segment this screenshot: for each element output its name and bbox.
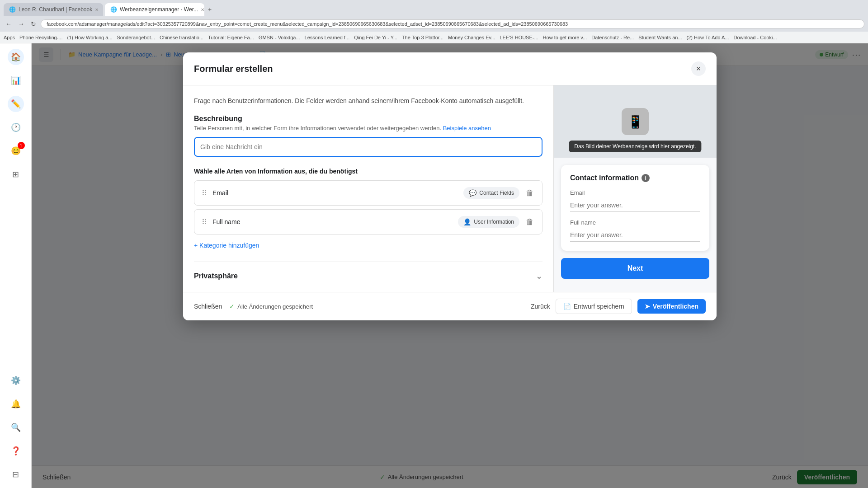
sidebar-bell-icon[interactable]: 🔔 bbox=[8, 396, 24, 412]
saved-label: Alle Änderungen gespeichert bbox=[237, 303, 313, 310]
sidebar-charts-icon[interactable]: 📊 bbox=[8, 72, 24, 89]
main-area: 🏠 📊 ✏️ 🕐 😊 1 ⊞ ⚙️ 🔔 🔍 ❓ ⊟ ☰ 📁 Neue Kampa… bbox=[0, 43, 868, 488]
bookmark-6[interactable]: GMSN - Volodga... bbox=[259, 35, 300, 40]
sidebar-settings-icon[interactable]: ⚙️ bbox=[8, 372, 24, 389]
preview-image-placeholder: 📱 Das Bild deiner Werbeanzeige wird hier… bbox=[554, 85, 717, 158]
preview-card: Contact information i Email Full name bbox=[561, 165, 709, 251]
sidebar-grid-icon[interactable]: ⊞ bbox=[8, 166, 24, 183]
bookmark-16[interactable]: Download - Cooki... bbox=[734, 35, 777, 40]
sidebar-edit-icon[interactable]: ✏️ bbox=[8, 96, 24, 112]
preview-card-title: Contact information i bbox=[570, 174, 700, 182]
bookmark-8[interactable]: Qing Fei De Yi - Y... bbox=[354, 35, 397, 40]
bookmark-10[interactable]: Money Changes Ev... bbox=[448, 35, 495, 40]
bookmark-7[interactable]: Lessons Learned f... bbox=[305, 35, 350, 40]
saved-status: ✓ Alle Änderungen gespeichert bbox=[229, 303, 313, 310]
fullname-user-info-tag[interactable]: 👤 User Information bbox=[458, 216, 519, 228]
modal-footer: Schließen ✓ Alle Änderungen gespeichert … bbox=[183, 292, 717, 320]
tab-close-active[interactable]: ✕ bbox=[201, 7, 204, 12]
modal-header: Formular erstellen × bbox=[183, 52, 717, 85]
user-info-label: User Information bbox=[474, 219, 514, 225]
notification-count: 1 bbox=[18, 142, 25, 149]
message-input[interactable] bbox=[194, 137, 542, 157]
save-draft-icon: 📄 bbox=[563, 303, 571, 310]
sidebar-home-icon[interactable]: 🏠 bbox=[8, 49, 24, 65]
preview-fullname-field: Full name bbox=[570, 219, 700, 242]
fullname-field-row: ⠿ Full name 👤 User Information 🗑 bbox=[194, 209, 542, 235]
footer-left: Schließen ✓ Alle Änderungen gespeichert bbox=[194, 303, 313, 310]
back-nav-button[interactable]: ← bbox=[4, 19, 14, 28]
bookmark-apps[interactable]: Apps bbox=[4, 35, 15, 40]
bookmark-5[interactable]: Tutorial: Eigene Fa... bbox=[208, 35, 254, 40]
modal-body: Frage nach Benutzerinformationen. Die Fe… bbox=[183, 85, 717, 292]
publish-icon: ➤ bbox=[645, 303, 650, 310]
email-drag-handle[interactable]: ⠿ bbox=[202, 189, 207, 197]
preview-fullname-label: Full name bbox=[570, 219, 700, 226]
bookmarks-bar: Apps Phone Recycling-... (1) How Working… bbox=[0, 32, 868, 43]
veroffentlichen-button[interactable]: ➤ Veröffentlichen bbox=[637, 299, 706, 314]
reload-button[interactable]: ↻ bbox=[29, 19, 38, 28]
bookmark-12[interactable]: How to get more v... bbox=[543, 35, 587, 40]
check-icon: ✓ bbox=[229, 303, 235, 310]
contact-info-title: Contact information bbox=[570, 174, 639, 182]
bookmark-14[interactable]: Student Wants an... bbox=[638, 35, 682, 40]
beschreibung-section: Beschreibung Teile Personen mit, in welc… bbox=[194, 115, 542, 157]
tab-close-inactive[interactable]: ✕ bbox=[95, 7, 99, 12]
beispiele-link[interactable]: Beispiele ansehen bbox=[443, 125, 491, 131]
bookmark-1[interactable]: Phone Recycling-... bbox=[19, 35, 62, 40]
info-types-title: Wähle alle Arten von Information aus, di… bbox=[194, 168, 542, 175]
preview-email-input[interactable] bbox=[570, 199, 700, 212]
url-bar[interactable]: facebook.com/adsmanager/manage/ads/edit?… bbox=[41, 19, 864, 28]
left-sidebar: 🏠 📊 ✏️ 🕐 😊 1 ⊞ ⚙️ 🔔 🔍 ❓ ⊟ bbox=[0, 43, 32, 488]
fullname-drag-handle[interactable]: ⠿ bbox=[202, 218, 207, 226]
schliessen-button[interactable]: Schließen bbox=[194, 303, 222, 310]
sidebar-menu-icon[interactable]: ⊟ bbox=[8, 466, 24, 483]
sidebar-notifications-icon[interactable]: 😊 1 bbox=[8, 143, 24, 159]
beschreibung-subtitle: Teile Personen mit, in welcher Form ihre… bbox=[194, 125, 542, 131]
bookmark-11[interactable]: LEE'S HOUSE-... bbox=[500, 35, 538, 40]
address-bar: ← → ↻ facebook.com/adsmanager/manage/ads… bbox=[0, 16, 868, 32]
tab-bar: 🌐 Leon R. Chaudhari | Facebook ✕ 🌐 Werbe… bbox=[0, 0, 868, 16]
ad-image-placeholder: 📱 bbox=[622, 108, 649, 135]
user-info-icon: 👤 bbox=[463, 218, 471, 225]
tab-active[interactable]: 🌐 Werbeanzeigenmanager - Wer... ✕ bbox=[105, 3, 204, 16]
privatsphare-section[interactable]: Privatsphäre ⌄ bbox=[194, 271, 542, 281]
forward-nav-button[interactable]: → bbox=[16, 19, 26, 28]
zuruck-button[interactable]: Zurück bbox=[531, 303, 550, 310]
add-category-button[interactable]: + Kategorie hinzufügen bbox=[194, 238, 542, 253]
preview-email-field: Email bbox=[570, 189, 700, 212]
sidebar-search-icon[interactable]: 🔍 bbox=[8, 419, 24, 436]
preview-tooltip: Das Bild deiner Werbeanzeige wird hier a… bbox=[569, 141, 701, 152]
privatsphare-chevron: ⌄ bbox=[536, 271, 542, 281]
tab-label-active: Werbeanzeigenmanager - Wer... bbox=[120, 6, 198, 13]
email-delete-button[interactable]: 🗑 bbox=[525, 188, 535, 199]
preview-area: 📱 Das Bild deiner Werbeanzeige wird hier… bbox=[554, 85, 717, 292]
contact-fields-icon: 💬 bbox=[469, 189, 476, 197]
bookmark-13[interactable]: Datenschutz - Re... bbox=[591, 35, 634, 40]
bookmark-15[interactable]: (2) How To Add A... bbox=[687, 35, 729, 40]
tab-inactive[interactable]: 🌐 Leon R. Chaudhari | Facebook ✕ bbox=[4, 3, 103, 16]
fullname-field-name: Full name bbox=[212, 218, 453, 225]
modal-close-button[interactable]: × bbox=[691, 61, 706, 76]
contact-info-icon[interactable]: i bbox=[642, 174, 650, 182]
browser-chrome: 🌐 Leon R. Chaudhari | Facebook ✕ 🌐 Werbe… bbox=[0, 0, 868, 32]
modal-formular: Formular erstellen × Frage nach Benutzer… bbox=[183, 52, 717, 320]
email-contact-fields-tag[interactable]: 💬 Contact Fields bbox=[463, 187, 519, 199]
bookmark-2[interactable]: (1) How Working a... bbox=[67, 35, 112, 40]
next-button[interactable]: Next bbox=[561, 258, 709, 279]
new-tab-button[interactable]: + bbox=[206, 5, 213, 14]
page-description-text: Frage nach Benutzerinformationen. Die Fe… bbox=[194, 96, 542, 106]
bookmark-4[interactable]: Chinese translatio... bbox=[160, 35, 203, 40]
sidebar-help-icon[interactable]: ❓ bbox=[8, 443, 24, 459]
bookmark-9[interactable]: The Top 3 Platfor... bbox=[402, 35, 443, 40]
section-divider bbox=[194, 262, 542, 262]
preview-fullname-input[interactable] bbox=[570, 229, 700, 242]
contact-fields-label: Contact Fields bbox=[479, 190, 514, 196]
beschreibung-title: Beschreibung bbox=[194, 115, 542, 123]
bookmark-3[interactable]: Sonderangebot... bbox=[117, 35, 155, 40]
sidebar-history-icon[interactable]: 🕐 bbox=[8, 119, 24, 136]
entwurf-speichern-button[interactable]: 📄 Entwurf speichern bbox=[556, 299, 632, 314]
preview-email-label: Email bbox=[570, 189, 700, 196]
add-category-label: + Kategorie hinzufügen bbox=[194, 242, 259, 249]
beschreibung-sub-text: Teile Personen mit, in welcher Form ihre… bbox=[194, 125, 441, 131]
fullname-delete-button[interactable]: 🗑 bbox=[525, 216, 535, 228]
